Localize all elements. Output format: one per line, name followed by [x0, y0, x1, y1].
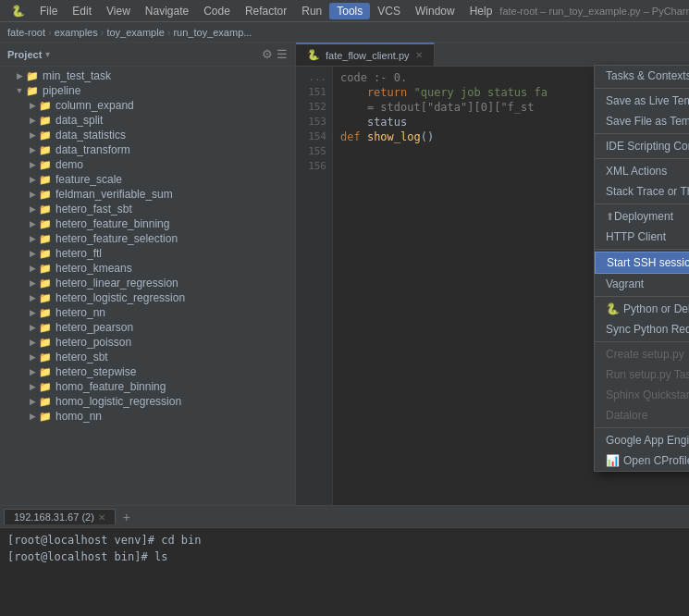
list-item[interactable]: ▶ 📁 homo_nn	[0, 409, 295, 424]
terminal-tab-close-button[interactable]: ✕	[98, 512, 105, 523]
menu-item-icon: 📊	[606, 454, 620, 467]
list-item[interactable]: ▶ 📁 hetero_nn	[0, 305, 295, 320]
tree-arrow-icon: ▶	[26, 160, 39, 169]
menu-separator	[595, 427, 689, 428]
tree-item-label: homo_logistic_regression	[55, 395, 181, 408]
list-item[interactable]: ▶ 📁 homo_feature_binning	[0, 379, 295, 394]
tree-arrow-icon: ▶	[26, 323, 39, 332]
collapse-icon[interactable]: ☰	[277, 47, 288, 61]
terminal-add-button[interactable]: +	[116, 508, 138, 526]
menu-item-save-file[interactable]: Save File as Template...	[595, 111, 689, 131]
menu-edit[interactable]: Edit	[65, 3, 99, 19]
menu-item-http-client[interactable]: HTTP Client ▶	[595, 227, 689, 247]
menu-item-label: Sync Python Requirements...	[606, 323, 689, 336]
list-item[interactable]: ▼ 📁 pipeline	[0, 83, 295, 98]
tree-item-label: hetero_ftl	[55, 247, 102, 260]
tree-item-label: hetero_logistic_regression	[55, 291, 185, 304]
breadcrumb-root[interactable]: fate-root	[7, 27, 45, 38]
tab-bar: 🐍 fate_flow_client.py ✕	[296, 43, 689, 67]
list-item[interactable]: ▶ 📁 data_split	[0, 113, 295, 128]
breadcrumb-toy[interactable]: toy_example	[106, 27, 164, 38]
menu-logo[interactable]: 🐍	[4, 3, 32, 19]
folder-icon: 📁	[39, 307, 52, 319]
tab-fate-flow-client[interactable]: 🐍 fate_flow_client.py ✕	[296, 43, 435, 66]
menu-item-sphinx: Sphinx Quickstart	[595, 385, 689, 405]
menu-window[interactable]: Window	[408, 3, 462, 19]
sidebar: Project ▾ ⚙ ☰ ▶ 📁 min_test_task ▼ 📁 pipe…	[0, 43, 296, 505]
menu-run[interactable]: Run	[294, 3, 329, 19]
breadcrumb-examples[interactable]: examples	[55, 27, 98, 38]
list-item[interactable]: ▶ 📁 min_test_task	[0, 68, 295, 83]
list-item[interactable]: ▶ 📁 hetero_sbt	[0, 350, 295, 364]
menu-item-sync-requirements[interactable]: Sync Python Requirements...	[595, 319, 689, 339]
line-num: 152	[296, 100, 326, 115]
menu-vcs[interactable]: VCS	[370, 3, 408, 19]
list-item[interactable]: ▶ 📁 hetero_fast_sbt	[0, 202, 295, 216]
menu-file[interactable]: File	[32, 3, 65, 19]
menu-item-label: Vagrant	[606, 277, 644, 290]
menu-item-ide-scripting[interactable]: IDE Scripting Console	[595, 136, 689, 156]
menu-item-stack-trace[interactable]: Stack Trace or Thread Dump...	[595, 181, 689, 202]
list-item[interactable]: ▶ 📁 hetero_linear_regression	[0, 276, 295, 290]
list-item[interactable]: ▶ 📁 feldman_verifiable_sum	[0, 187, 295, 202]
tree-arrow-icon: ▶	[26, 382, 39, 391]
list-item[interactable]: ▶ 📁 hetero_pearson	[0, 320, 295, 335]
list-item[interactable]: ▶ 📁 data_transform	[0, 142, 295, 157]
list-item[interactable]: ▶ 📁 hetero_poisson	[0, 335, 295, 350]
line-numbers: ... 151 152 153 154 155 156	[296, 67, 333, 505]
line-num: 156	[296, 159, 326, 174]
list-item[interactable]: ▶ 📁 hetero_stepwise	[0, 364, 295, 379]
line-num: 153	[296, 115, 326, 129]
menu-item-deployment[interactable]: ⬆ Deployment ▶	[595, 206, 689, 227]
menu-item-create-setup: Create setup.py	[595, 344, 689, 364]
sidebar-dropdown-icon[interactable]: ▾	[45, 49, 50, 59]
menu-refactor[interactable]: Refactor	[238, 3, 294, 19]
tree-item-label: min_test_task	[43, 69, 111, 82]
list-item[interactable]: ▶ 📁 hetero_feature_selection	[0, 231, 295, 246]
list-item[interactable]: ▶ 📁 hetero_ftl	[0, 246, 295, 261]
menu-item-cprofile[interactable]: 📊 Open CProfile snapshot	[595, 450, 689, 471]
menu-code[interactable]: Code	[196, 3, 238, 19]
window-title: fate-root – run_toy_example.py – PyCharm	[499, 6, 689, 17]
settings-icon[interactable]: ⚙	[262, 47, 273, 61]
list-item[interactable]: ▶ 📁 homo_logistic_regression	[0, 394, 295, 409]
list-item[interactable]: ▶ 📁 demo	[0, 157, 295, 172]
tree-item-label: pipeline	[43, 84, 80, 97]
tree-arrow-icon: ▶	[26, 234, 39, 243]
menu-item-label: XML Actions	[606, 165, 667, 178]
folder-icon: 📁	[39, 263, 52, 275]
tree-item-label: demo	[55, 158, 83, 171]
tree-arrow-icon: ▶	[26, 219, 39, 228]
menu-navigate[interactable]: Navigate	[138, 3, 196, 19]
code-editor: 🐍 fate_flow_client.py ✕ ... 151 152 153 …	[296, 43, 689, 505]
tree-item-label: data_statistics	[55, 129, 126, 142]
menu-item-icon: ⬆	[606, 211, 614, 223]
folder-icon: 📁	[39, 322, 52, 334]
list-item[interactable]: ▶ 📁 data_statistics	[0, 128, 295, 142]
list-item[interactable]: ▶ 📁 column_expand	[0, 98, 295, 113]
folder-icon: 📁	[39, 144, 52, 156]
menu-item-google-app[interactable]: Google App Engine ▶	[595, 430, 689, 450]
menu-item-vagrant[interactable]: Vagrant ▶	[595, 274, 689, 294]
sidebar-file-tree: ▶ 📁 min_test_task ▼ 📁 pipeline ▶ 📁 colum…	[0, 67, 295, 505]
menu-help[interactable]: Help	[462, 3, 500, 19]
terminal-body[interactable]: [root@localhost venv]# cd bin [root@loca…	[0, 528, 689, 569]
tree-arrow-icon: ▶	[26, 101, 39, 110]
menu-view[interactable]: View	[99, 3, 138, 19]
menu-item-xml-actions[interactable]: XML Actions ▶	[595, 161, 689, 181]
list-item[interactable]: ▶ 📁 hetero_logistic_regression	[0, 290, 295, 305]
list-item[interactable]: ▶ 📁 feature_scale	[0, 172, 295, 187]
list-item[interactable]: ▶ 📁 hetero_feature_binning	[0, 216, 295, 231]
menu-item-start-ssh[interactable]: Start SSH session...	[595, 252, 689, 274]
terminal-tab-label: 192.168.31.67 (2)	[14, 511, 94, 523]
tab-close-button[interactable]: ✕	[415, 50, 423, 60]
list-item[interactable]: ▶ 📁 hetero_kmeans	[0, 261, 295, 276]
menu-item-tasks[interactable]: Tasks & Contexts ▶	[595, 66, 689, 86]
menu-item-save-live[interactable]: Save as Live Template...	[595, 91, 689, 111]
menu-tools[interactable]: Tools	[329, 3, 370, 19]
menu-item-python-console[interactable]: 🐍 Python or Debug Console	[595, 299, 689, 319]
breadcrumb-file[interactable]: run_toy_examp...	[173, 27, 252, 38]
terminal-tab[interactable]: 192.168.31.67 (2) ✕	[4, 509, 116, 524]
menu-item-label: Google App Engine	[606, 434, 689, 447]
tree-arrow-icon: ▶	[26, 175, 39, 184]
